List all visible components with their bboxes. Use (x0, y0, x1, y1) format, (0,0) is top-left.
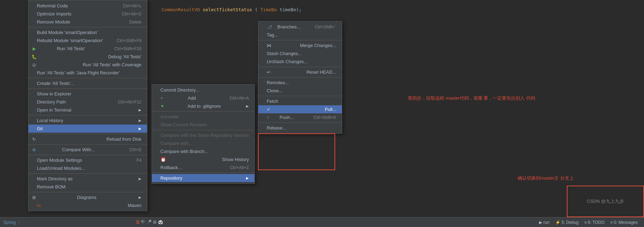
annotation-bottom-right: 确认切换到master主 分支上 (518, 175, 574, 182)
separator-9 (28, 192, 147, 192)
status-todo[interactable]: ≡ 6: TODO (582, 220, 608, 225)
separator-4 (28, 115, 147, 115)
csdn-label: CSDN @九上九步 (587, 198, 624, 205)
menu-rebuild-module[interactable]: Rebuild Module 'smartOperation' Ctrl+Shi… (28, 36, 147, 45)
maven-icon: m (37, 203, 41, 208)
arrow-icon-repo: ▶ (246, 176, 249, 180)
code-return-type: CommonResultVO (161, 7, 203, 12)
menu-create-all-tests[interactable]: Create 'All Tests'... (28, 79, 147, 87)
merge-icon: ⋈ (267, 43, 271, 48)
status-messages[interactable]: ≡ 0: Messages (608, 220, 640, 225)
menu-clone[interactable]: Clone... (258, 87, 342, 95)
arrow-icon-5: ▶ (246, 104, 249, 108)
menu-open-terminal[interactable]: Open in Terminal ▶ (28, 106, 147, 114)
separator-2 (28, 78, 147, 78)
menu-reset-head[interactable]: ↩ Reset HEAD... (258, 68, 342, 76)
menu-compare-same-repo: Compare with the Same Repository Version (152, 131, 254, 139)
menu-compare-with-2: Compare with... (152, 139, 254, 147)
menu-directory-path[interactable]: Directory Path Ctrl+Alt+F12 (28, 98, 147, 106)
code-param-type: TimeBo (260, 7, 280, 12)
arrow-icon-2: ▶ (139, 119, 141, 122)
menu-compare-with-branch[interactable]: Compare with Branch... (152, 147, 254, 155)
editor-code-line: CommonResultVO selectTicketStatus ( Time… (161, 7, 301, 12)
menu-show-history[interactable]: ⏰ Show History (152, 155, 254, 163)
coverage-icon: ◎ (31, 62, 37, 67)
debug-icon: 🐛 (31, 54, 37, 59)
status-spring: Spring (4, 220, 16, 225)
menu-run-all-tests[interactable]: ▶ Run 'All Tests' Ctrl+Shift+F10 (28, 45, 147, 53)
git-sep-1 (152, 111, 254, 112)
arrow-icon-3: ▶ (139, 177, 141, 181)
menu-merge-changes[interactable]: ⋈ Merge Changes... (258, 41, 342, 49)
menu-maven[interactable]: m Maven (28, 201, 147, 209)
context-menu-git: Commit Directory... + Add Ctrl+Alt+A ✦ A… (152, 84, 255, 184)
menu-reload-from-disk[interactable]: ↻ Reload from Disk (28, 135, 147, 143)
push-icon: ↑ (267, 115, 269, 120)
menu-rebase[interactable]: Rebase... (258, 124, 342, 132)
vcs-sep-1 (258, 40, 342, 40)
context-menu-main: Reformat Code Ctrl+Alt+L Optimize Import… (28, 0, 147, 211)
pull-checkmark-icon: ✓ (267, 107, 271, 112)
menu-annotate: Annotate (152, 113, 254, 121)
menu-git[interactable]: Git ▶ (28, 125, 147, 133)
menu-fetch[interactable]: Fetch (258, 97, 342, 105)
menu-show-current-revision: Show Current Revision (152, 121, 254, 129)
menu-repository[interactable]: Repository ▶ (152, 174, 254, 182)
menu-remotes[interactable]: Remotes... (258, 79, 342, 87)
vcs-sep-4 (258, 96, 342, 96)
separator-6 (28, 144, 147, 145)
menu-load-unload-modules[interactable]: Load/Unload Modules... (28, 164, 147, 172)
menu-unstash-changes[interactable]: UnStash Changes... (258, 58, 342, 66)
vcs-sep-2 (258, 67, 342, 67)
menu-branches[interactable]: ⎇ Branches... Ctrl+Shift+` (258, 23, 342, 31)
menu-optimize-imports[interactable]: Optimize Imports Ctrl+Alt+O (28, 10, 147, 18)
code-method-name: selectTicketStatus (203, 7, 252, 12)
vcs-sep-5 (258, 122, 342, 123)
arrow-icon-git: ▶ (139, 127, 141, 131)
sogou-icon: S (136, 219, 139, 225)
status-debug[interactable]: ⚡ 5: Debug (552, 220, 582, 225)
menu-rollback[interactable]: Rollback... Ctrl+Alt+Z (152, 163, 254, 172)
separator-3 (28, 88, 147, 89)
menu-compare-with[interactable]: ⊕ Compare With... Ctrl+D (28, 146, 147, 154)
menu-run-coverage[interactable]: ◎ Run 'All Tests' with Coverage (28, 61, 147, 69)
menu-debug-all-tests[interactable]: 🐛 Debug 'All Tests' (28, 53, 147, 61)
menu-run-flight-recorder[interactable]: Run 'All Tests' with 'Java Flight Record… (28, 69, 147, 77)
arrow-icon-4: ▶ (139, 195, 141, 199)
menu-tag[interactable]: Tag... (258, 31, 342, 39)
menu-pull[interactable]: ✓ Pull... (258, 105, 342, 113)
menu-remove-bom[interactable]: Remove BOM (28, 183, 147, 191)
menu-mark-directory-as[interactable]: Mark Directory as ▶ (28, 175, 147, 183)
diagram-icon: ⊞ (31, 195, 37, 200)
status-divider-1: | (19, 220, 20, 225)
gitignore-icon: ✦ (160, 104, 164, 109)
clock-icon: ⏰ (160, 157, 166, 162)
context-menu-vcs: ⎇ Branches... Ctrl+Shift+` Tag... ⋈ Merg… (258, 21, 342, 134)
menu-commit-directory[interactable]: Commit Directory... (152, 86, 254, 94)
menu-build-module[interactable]: Build Module 'smartOperation' (28, 28, 147, 36)
menu-local-history[interactable]: Local History ▶ (28, 116, 147, 125)
branches-icon: ⎇ (267, 24, 272, 29)
reset-icon: ↩ (267, 69, 271, 75)
code-params: ( (255, 7, 258, 12)
code-param-name: timeBo); (280, 7, 302, 12)
menu-add[interactable]: + Add Ctrl+Alt+A (152, 94, 254, 102)
menu-open-module-settings[interactable]: Open Module Settings F4 (28, 156, 147, 164)
menu-show-in-explorer[interactable]: Show in Explorer (28, 90, 147, 98)
separator-8 (28, 173, 147, 174)
menu-reformat-code[interactable]: Reformat Code Ctrl+Alt+L (28, 2, 147, 10)
status-right-items: ▶ run ⚡ 5: Debug ≡ 6: TODO ≡ 0: Messages (536, 220, 640, 225)
arrow-icon: ▶ (139, 108, 141, 112)
separator-1 (28, 27, 147, 27)
run-icon: ▶ (31, 46, 37, 51)
menu-stash-changes[interactable]: Stash Changes... (258, 49, 342, 58)
separator-5 (28, 134, 147, 134)
ime-toolbar[interactable]: S 中 🎤 ⊞ 🐼 (133, 218, 166, 226)
git-sep-2 (152, 130, 254, 130)
menu-remove-module[interactable]: Remove Module Delete (28, 18, 147, 26)
status-run[interactable]: ▶ run (536, 220, 552, 225)
menu-add-to-gitignore[interactable]: ✦ Add to .gitignore ▶ (152, 102, 254, 110)
menu-diagrams[interactable]: ⊞ Diagrams ▶ (28, 193, 147, 201)
annotation-top-right: 第四步，拉取远程 master代码，很重 要，一定要先拉别人 代码 (408, 95, 535, 102)
menu-push[interactable]: ↑ Push... Ctrl+Shift+K (258, 113, 342, 121)
